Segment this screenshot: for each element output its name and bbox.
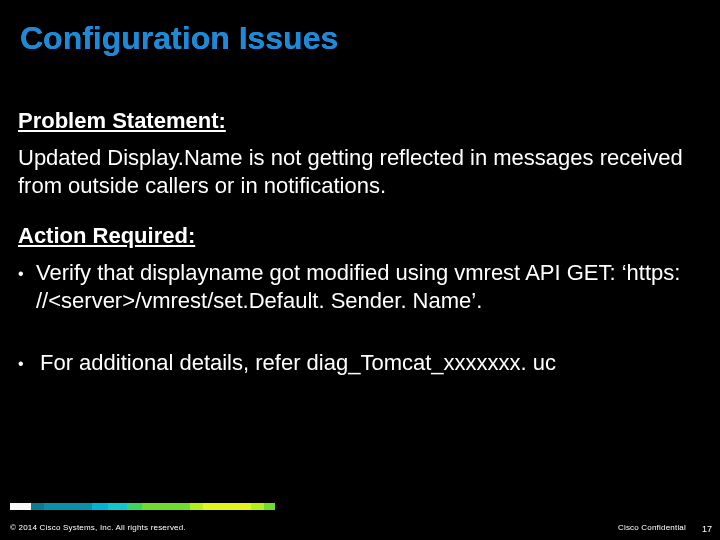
list-item: • Verify that displayname got modified u… xyxy=(18,259,694,315)
bullet-text: For additional details, refer diag_Tomca… xyxy=(40,349,556,377)
footer-copyright: © 2014 Cisco Systems, Inc. All rights re… xyxy=(10,523,186,532)
bullet-dot-icon: • xyxy=(18,265,24,283)
footer-confidential: Cisco Confidential xyxy=(618,523,686,532)
title-text: Configuration Issues xyxy=(20,20,338,56)
bullet-list: • Verify that displayname got modified u… xyxy=(18,259,694,377)
bullet-text: Verify that displayname got modified usi… xyxy=(36,259,694,315)
list-item: • For additional details, refer diag_Tom… xyxy=(18,349,694,377)
action-required-heading: Action Required: xyxy=(18,223,694,249)
problem-statement-body: Updated Display.Name is not getting refl… xyxy=(18,144,694,199)
brand-gradient-strip xyxy=(10,503,275,510)
bullet-dot-icon: • xyxy=(18,355,28,373)
problem-statement-heading: Problem Statement: xyxy=(18,108,694,134)
page-number: 17 xyxy=(702,524,712,534)
slide-body: Problem Statement: Updated Display.Name … xyxy=(18,108,694,411)
slide: Configuration Issues Problem Statement: … xyxy=(0,0,720,540)
slide-title: Configuration Issues xyxy=(20,22,338,56)
